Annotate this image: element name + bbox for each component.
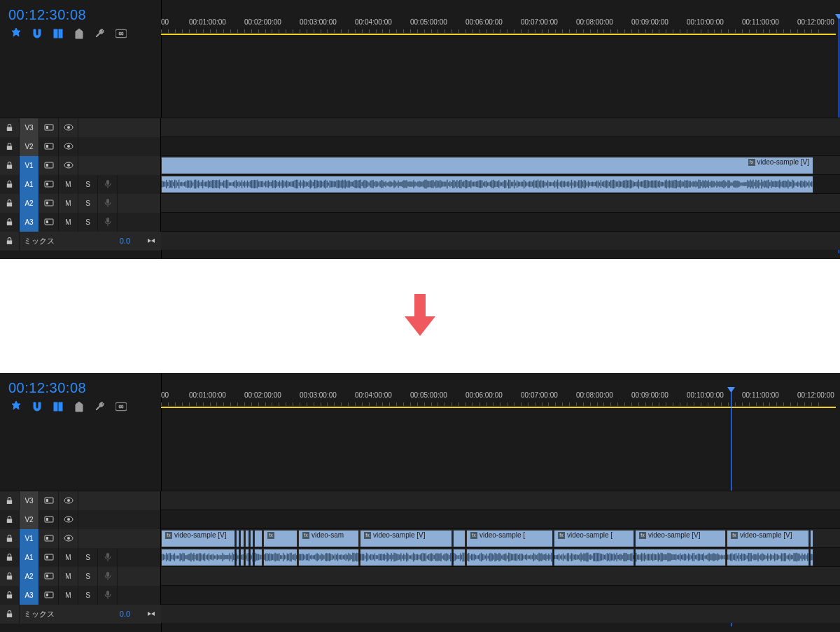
eye-icon[interactable] — [59, 156, 78, 175]
mix-value[interactable]: 0.0 — [120, 610, 141, 618]
video-clip-segment[interactable]: fx — [263, 530, 298, 547]
eye-icon[interactable] — [59, 529, 78, 548]
marker-icon[interactable] — [73, 27, 85, 40]
audio-clip-segment[interactable] — [727, 549, 809, 566]
audio-clip-segment[interactable] — [466, 549, 553, 566]
eye-icon[interactable] — [59, 491, 78, 510]
audio-clip-segment[interactable] — [245, 549, 249, 566]
track-label[interactable]: A3 — [20, 586, 39, 605]
sync-lock-icon[interactable] — [39, 529, 59, 548]
sync-lock-icon[interactable] — [39, 194, 59, 213]
wrench-icon[interactable] — [94, 400, 106, 413]
track-label[interactable]: V1 — [20, 156, 39, 175]
mic-icon[interactable] — [98, 175, 118, 194]
track-label[interactable]: A2 — [20, 567, 39, 586]
video-clip-segment[interactable] — [254, 530, 262, 547]
snap-icon[interactable] — [10, 27, 22, 40]
sync-lock-icon[interactable] — [39, 156, 59, 175]
audio-clip-segment[interactable] — [254, 549, 262, 566]
magnet-icon[interactable] — [31, 27, 43, 40]
sync-lock-icon[interactable] — [39, 567, 59, 586]
track-label[interactable]: V3 — [20, 118, 39, 137]
video-clip-segment[interactable]: fxvideo-sample [ — [554, 530, 634, 547]
mic-icon[interactable] — [98, 548, 118, 567]
mute-button[interactable]: M — [59, 586, 78, 605]
lock-icon[interactable] — [0, 194, 20, 213]
mic-icon[interactable] — [98, 586, 118, 605]
sync-lock-icon[interactable] — [39, 548, 59, 567]
mute-button[interactable]: M — [59, 194, 78, 213]
mic-icon[interactable] — [98, 567, 118, 586]
marker-icon[interactable] — [73, 400, 85, 413]
track-label[interactable]: V2 — [20, 510, 39, 529]
audio-clip-segment[interactable] — [635, 549, 726, 566]
snap-icon[interactable] — [10, 400, 22, 413]
mute-button[interactable]: M — [59, 567, 78, 586]
track-label[interactable]: A3 — [20, 213, 39, 232]
lock-icon[interactable] — [0, 156, 20, 175]
video-clip-segment[interactable] — [453, 530, 465, 547]
audio-clip-segment[interactable] — [554, 549, 634, 566]
audio-clip[interactable] — [161, 176, 813, 193]
track-label[interactable]: A1 — [20, 175, 39, 194]
eye-icon[interactable] — [59, 137, 78, 156]
audio-clip-segment[interactable] — [810, 549, 813, 566]
mute-button[interactable]: M — [59, 175, 78, 194]
video-clip-segment[interactable]: fxvideo-sample [V] — [727, 530, 809, 547]
eye-icon[interactable] — [59, 118, 78, 137]
sync-lock-icon[interactable] — [39, 118, 59, 137]
sync-lock-icon[interactable] — [39, 175, 59, 194]
sync-lock-icon[interactable] — [39, 510, 59, 529]
audio-clip-segment[interactable] — [263, 549, 298, 566]
lock-icon[interactable] — [0, 118, 20, 137]
lock-icon[interactable] — [0, 567, 20, 586]
time-ruler[interactable]: 0000:01:00:0000:02:00:0000:03:00:0000:04… — [161, 390, 840, 411]
solo-button[interactable]: S — [78, 567, 98, 586]
lock-icon[interactable] — [0, 586, 20, 605]
track-label[interactable]: V1 — [20, 529, 39, 548]
linked-selection-icon[interactable] — [52, 27, 64, 40]
audio-clip-segment[interactable] — [250, 549, 253, 566]
mic-icon[interactable] — [98, 194, 118, 213]
video-clip-segment[interactable] — [810, 530, 813, 547]
lock-icon[interactable] — [0, 213, 20, 232]
sync-lock-icon[interactable] — [39, 491, 59, 510]
expand-icon[interactable] — [141, 237, 161, 245]
lock-icon[interactable] — [0, 529, 20, 548]
lock-icon[interactable] — [0, 137, 20, 156]
video-clip-segment[interactable]: fxvideo-sample [ — [466, 530, 553, 547]
video-clip-segment[interactable]: fxvideo-sample [V] — [635, 530, 726, 547]
video-clip[interactable]: fxvideo-sample [V] — [161, 157, 813, 174]
audio-clip-segment[interactable] — [360, 549, 452, 566]
sync-lock-icon[interactable] — [39, 213, 59, 232]
track-label[interactable]: V2 — [20, 137, 39, 156]
mute-button[interactable]: M — [59, 548, 78, 567]
sync-lock-icon[interactable] — [39, 137, 59, 156]
sync-lock-icon[interactable] — [39, 586, 59, 605]
eye-icon[interactable] — [59, 510, 78, 529]
lock-icon[interactable] — [0, 175, 20, 194]
solo-button[interactable]: S — [78, 586, 98, 605]
expand-icon[interactable] — [141, 610, 161, 618]
solo-button[interactable]: S — [78, 213, 98, 232]
lock-icon[interactable] — [0, 605, 20, 624]
time-ruler[interactable]: 0000:01:00:0000:02:00:0000:03:00:0000:04… — [161, 17, 840, 38]
video-clip-segment[interactable]: fxvideo-sample [V] — [161, 530, 235, 547]
cc-icon[interactable]: cc — [115, 400, 127, 413]
video-clip-segment[interactable] — [240, 530, 244, 547]
solo-button[interactable]: S — [78, 548, 98, 567]
wrench-icon[interactable] — [94, 27, 106, 40]
audio-clip-segment[interactable] — [236, 549, 239, 566]
lock-icon[interactable] — [0, 232, 20, 251]
cc-icon[interactable]: cc — [115, 27, 127, 40]
mic-icon[interactable] — [98, 213, 118, 232]
magnet-icon[interactable] — [31, 400, 43, 413]
audio-clip-segment[interactable] — [298, 549, 359, 566]
video-clip-segment[interactable]: fxvideo-sam — [298, 530, 359, 547]
lock-icon[interactable] — [0, 491, 20, 510]
solo-button[interactable]: S — [78, 175, 98, 194]
mute-button[interactable]: M — [59, 213, 78, 232]
video-clip-segment[interactable] — [250, 530, 253, 547]
video-clip-segment[interactable] — [236, 530, 239, 547]
audio-clip-segment[interactable] — [453, 549, 465, 566]
